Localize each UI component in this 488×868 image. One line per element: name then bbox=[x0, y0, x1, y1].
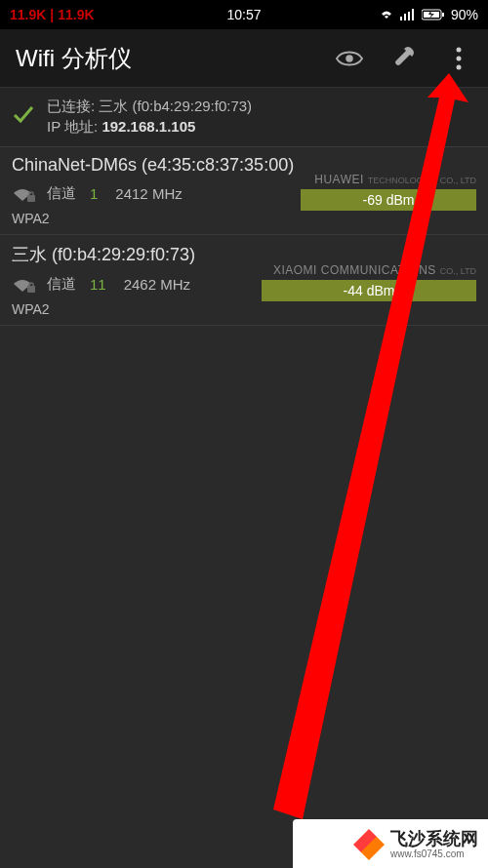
svg-point-8 bbox=[457, 47, 462, 52]
svg-rect-11 bbox=[27, 195, 35, 202]
app-title: Wifi 分析仪 bbox=[16, 43, 132, 74]
svg-rect-0 bbox=[400, 17, 402, 20]
status-right: 90% bbox=[379, 7, 478, 22]
watermark: 飞沙系统网 www.fs0745.com bbox=[353, 829, 478, 860]
vendor: XIAOMI COMMUNICATIONS CO., LTD bbox=[223, 260, 476, 278]
net-sep: | bbox=[50, 7, 54, 22]
svg-point-9 bbox=[457, 56, 462, 60]
app-actions bbox=[336, 45, 472, 72]
watermark-text: 飞沙系统网 www.fs0745.com bbox=[390, 830, 478, 860]
check-icon bbox=[12, 103, 35, 131]
connected-ssid: 三水 bbox=[99, 98, 128, 114]
net-up: 11.9K bbox=[58, 7, 94, 22]
eye-icon[interactable] bbox=[336, 45, 363, 72]
network-row: 信道 11 2462 MHz XIAOMI COMMUNICATIONS CO.… bbox=[12, 274, 476, 294]
watermark-sub: www.fs0745.com bbox=[390, 848, 478, 859]
battery-icon bbox=[422, 9, 445, 20]
wrench-icon[interactable] bbox=[390, 45, 418, 72]
signal-strength-bar: -44 dBm bbox=[262, 280, 476, 301]
network-item[interactable]: 三水 (f0:b4:29:29:f0:73) 信道 11 2462 MHz XI… bbox=[0, 235, 488, 326]
connected-line1: 已连接: 三水 (f0:b4:29:29:f0:73) bbox=[47, 98, 472, 116]
app-bar: Wifi 分析仪 bbox=[0, 29, 488, 88]
watermark-logo-icon bbox=[353, 829, 385, 860]
ip-value: 192.168.1.105 bbox=[102, 118, 195, 135]
network-row: 信道 1 2412 MHz HUAWEI TECHNOLOGIES CO., L… bbox=[12, 183, 476, 203]
ip-label: IP 地址: bbox=[47, 118, 98, 135]
wifi-icon bbox=[379, 9, 394, 20]
connected-mac: (f0:b4:29:29:f0:73) bbox=[133, 98, 253, 114]
svg-rect-2 bbox=[408, 12, 410, 20]
network-item[interactable]: ChinaNet-DM6s (e4:35:c8:37:35:00) 信道 1 2… bbox=[0, 147, 488, 235]
connected-label: 已连接: bbox=[47, 98, 95, 114]
svg-rect-6 bbox=[442, 13, 444, 17]
wifi-lock-icon bbox=[12, 274, 37, 294]
security-label: WPA2 bbox=[12, 211, 476, 226]
net-down: 11.9K bbox=[10, 7, 46, 22]
security-label: WPA2 bbox=[12, 301, 476, 317]
signal-strength-bar: -69 dBm bbox=[301, 189, 476, 211]
signal-icon bbox=[400, 9, 416, 20]
channel-number: 1 bbox=[90, 185, 98, 202]
watermark-main: 飞沙系统网 bbox=[390, 830, 478, 849]
status-network-speed: 11.9K | 11.9K bbox=[10, 7, 95, 22]
svg-point-7 bbox=[346, 55, 352, 61]
status-bar: 11.9K | 11.9K 10:57 90% bbox=[0, 0, 488, 29]
frequency: 2412 MHz bbox=[115, 185, 182, 202]
svg-rect-3 bbox=[412, 9, 414, 20]
wifi-lock-icon bbox=[12, 183, 37, 203]
channel-label: 信道 bbox=[47, 184, 76, 203]
frequency: 2462 MHz bbox=[124, 276, 190, 293]
connected-line2: IP 地址: 192.168.1.105 bbox=[47, 118, 472, 137]
battery-percent: 90% bbox=[451, 7, 478, 22]
channel-label: 信道 bbox=[47, 275, 76, 294]
svg-point-10 bbox=[457, 64, 462, 69]
svg-rect-12 bbox=[27, 286, 35, 293]
networks-list: ChinaNet-DM6s (e4:35:c8:37:35:00) 信道 1 2… bbox=[0, 147, 488, 326]
more-menu-icon[interactable] bbox=[445, 45, 472, 72]
connected-network[interactable]: 已连接: 三水 (f0:b4:29:29:f0:73) IP 地址: 192.1… bbox=[0, 88, 488, 147]
svg-rect-1 bbox=[404, 14, 406, 20]
status-time: 10:57 bbox=[226, 7, 261, 22]
channel-number: 11 bbox=[90, 276, 106, 293]
vendor: HUAWEI TECHNOLOGIES CO., LTD bbox=[223, 170, 476, 187]
